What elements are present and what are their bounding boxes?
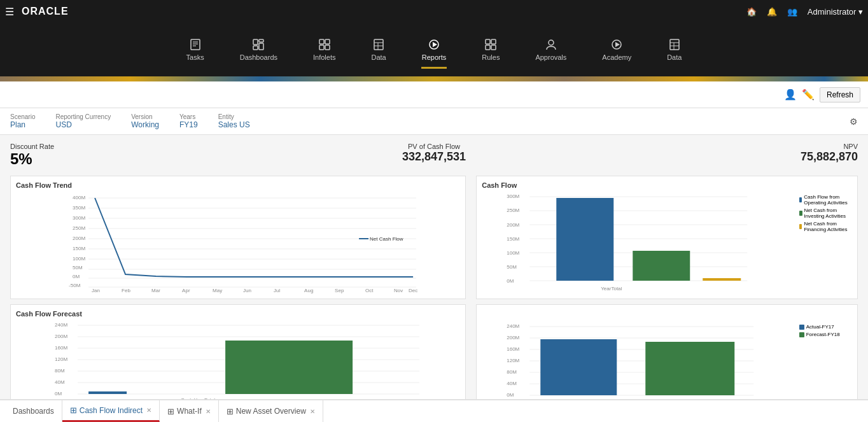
svg-text:160M: 160M [55, 345, 67, 351]
tab-what-if-close[interactable]: ✕ [206, 408, 211, 415]
home-icon[interactable]: 🏠 [746, 7, 757, 17]
nav-icon-academy [610, 38, 623, 51]
svg-text:-50M: -50M [69, 283, 81, 288]
nav-label-tasks: Tasks [186, 53, 204, 61]
svg-text:0M: 0M [55, 391, 62, 397]
svg-rect-96 [225, 341, 353, 394]
nav-item-data[interactable]: Data [353, 33, 403, 66]
svg-text:120M: 120M [55, 356, 67, 362]
legend-forecast-fy18: Forecast-FY18 [799, 332, 850, 337]
deco-bar [0, 76, 868, 81]
legend-label-actual: Actual-FY17 [806, 324, 834, 330]
nav-label-academy: Academy [602, 53, 631, 61]
nav-icons-row: TasksDashboardsInfoletsDataReportsRulesA… [0, 23, 868, 76]
forecast-right-svg: 240M 200M 160M 120M 80M 40M 0M [482, 321, 797, 399]
forecast-legend: Actual-FY17 Forecast-FY18 [797, 321, 852, 399]
nav-label-rules: Rules [482, 53, 500, 61]
nav-item-infolets[interactable]: Infolets [295, 33, 353, 66]
topbar-right: 🏠 🔔 👥 Administrator ▾ [746, 7, 863, 17]
svg-rect-18 [486, 39, 490, 44]
svg-rect-6 [253, 46, 258, 50]
refresh-button[interactable]: Refresh [820, 87, 860, 102]
tab-what-if[interactable]: ⊞ What-If ✕ [160, 400, 219, 422]
nav-label-approvals: Approvals [535, 53, 566, 61]
legend-operating: Cash Flow from Operating Activities [799, 194, 850, 206]
svg-rect-112 [540, 339, 617, 395]
nav-icon-infolets [318, 38, 331, 51]
nav-item-approvals[interactable]: Approvals [517, 33, 584, 66]
nav-item-reports[interactable]: Reports [404, 33, 465, 66]
svg-text:Nov: Nov [394, 288, 403, 293]
topbar: ☰ ORACLE 🏠 🔔 👥 Administrator ▾ TasksDash… [0, 0, 868, 76]
nav-label-dashboards: Dashboards [240, 53, 277, 61]
version-value[interactable]: Working [131, 120, 159, 129]
tab-cash-flow-icon: ⊞ [70, 405, 77, 415]
notification-icon[interactable]: 🔔 [767, 7, 777, 17]
nav-item-dashboards[interactable]: Dashboards [222, 33, 295, 66]
svg-text:50M: 50M [73, 265, 83, 271]
svg-text:200M: 200M [507, 335, 519, 341]
currency-value[interactable]: USD [55, 120, 111, 129]
edit-icon-btn[interactable]: ✏️ [802, 88, 815, 101]
svg-text:50M: 50M [507, 264, 517, 270]
tab-new-asset-icon: ⊞ [227, 407, 234, 416]
svg-text:Jan: Jan [92, 288, 100, 293]
discount-rate-value: 5% [10, 150, 293, 168]
years-meta: Years FY19 [179, 113, 198, 129]
scenario-value[interactable]: Plan [10, 120, 35, 129]
scenario-meta: Scenario Plan [10, 113, 35, 129]
tab-dashboards[interactable]: Dashboards [5, 400, 62, 422]
nav-icon-rules [484, 38, 497, 51]
tab-cash-flow-close[interactable]: ✕ [146, 407, 151, 414]
svg-rect-113 [645, 342, 734, 395]
admin-menu[interactable]: Administrator ▾ [808, 7, 863, 17]
nav-label-infolets: Infolets [313, 53, 335, 61]
currency-meta: Reporting Currency USD [55, 113, 111, 129]
pv-kpi: PV of Cash Flow 332,847,531 [293, 143, 575, 168]
svg-rect-8 [319, 39, 324, 44]
svg-text:80M: 80M [55, 368, 65, 374]
cash-flow-trend-chart: Cash Flow Trend 400M 350M 300M 250M 200M… [10, 176, 466, 299]
svg-text:400M: 400M [73, 195, 85, 200]
gear-button[interactable]: ⚙ [850, 116, 858, 127]
legend-investing: Net Cash from Investing Activities [799, 207, 850, 219]
users-icon[interactable]: 👥 [787, 7, 797, 17]
svg-rect-77 [556, 198, 613, 281]
entity-value[interactable]: Sales US [218, 120, 250, 129]
tab-new-asset-close[interactable]: ✕ [310, 408, 315, 415]
cash-flow-trend-title: Cash Flow Trend [16, 181, 460, 189]
svg-text:300M: 300M [507, 193, 519, 199]
svg-text:240M: 240M [55, 322, 67, 328]
nav-item-academy[interactable]: Academy [584, 33, 649, 66]
forecast-left-svg: 240M 200M 160M 120M 80M 40M 0M [16, 320, 460, 399]
legend-dot-operating [799, 197, 802, 202]
svg-rect-0 [191, 39, 200, 50]
svg-text:200M: 200M [507, 222, 519, 228]
nav-item-rules[interactable]: Rules [464, 33, 517, 66]
nav-label-reports: Reports [422, 53, 447, 61]
kpi-row: Discount Rate 5% PV of Cash Flow 332,847… [10, 143, 858, 168]
legend-label-forecast: Forecast-FY18 [806, 332, 840, 337]
svg-text:250M: 250M [507, 207, 519, 213]
svg-text:Oct: Oct [365, 288, 374, 293]
tab-new-asset-overview[interactable]: ⊞ New Asset Overview ✕ [219, 400, 323, 422]
svg-rect-12 [374, 39, 383, 50]
legend-label-investing: Net Cash from Investing Activities [804, 207, 850, 219]
legend-dot-forecast [799, 332, 804, 337]
topbar-menu-row: ☰ ORACLE 🏠 🔔 👥 Administrator ▾ [0, 0, 868, 23]
meta-bar: Scenario Plan Reporting Currency USD Ver… [0, 108, 868, 135]
forecast-right-inner: 240M 200M 160M 120M 80M 40M 0M [482, 321, 852, 399]
nav-icon-data2 [668, 38, 681, 51]
npv-value: 75,882,870 [575, 150, 858, 164]
version-meta: Version Working [131, 113, 159, 129]
legend-dot-actual [799, 325, 804, 330]
years-value[interactable]: FY19 [179, 120, 198, 129]
tab-cash-flow-indirect[interactable]: ⊞ Cash Flow Indirect ✕ [62, 400, 160, 422]
user-icon-btn[interactable]: 👤 [784, 88, 797, 101]
svg-text:Feb: Feb [122, 288, 130, 293]
hamburger-icon[interactable]: ☰ [5, 6, 14, 18]
svg-rect-78 [633, 251, 690, 281]
nav-item-data2[interactable]: Data [649, 33, 699, 66]
svg-text:0M: 0M [507, 392, 514, 398]
nav-item-tasks[interactable]: Tasks [169, 33, 222, 66]
